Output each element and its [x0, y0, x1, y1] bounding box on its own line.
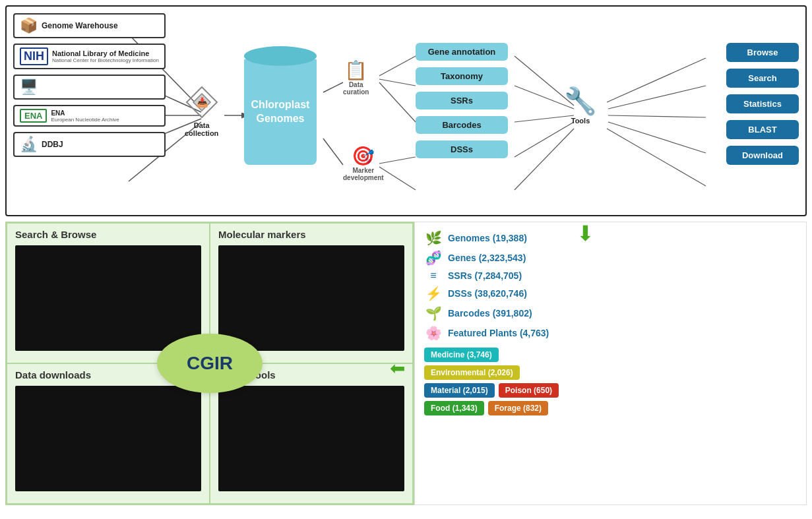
search-browse-content — [15, 245, 201, 351]
badge-row-2: Environmental (2,026) — [424, 365, 797, 380]
stat-genomes: 🌿 Genomes (19,388) — [424, 230, 797, 246]
badge-material[interactable]: Material (2,015) — [424, 383, 495, 398]
search-browse-title: Search & Browse — [15, 229, 201, 240]
data-collection-icon: 📥 — [185, 86, 218, 119]
nih-icon: NIH — [20, 47, 48, 65]
svg-line-19 — [608, 86, 706, 109]
badge-environmental[interactable]: Environmental (2,026) — [424, 365, 520, 380]
top-section: 📦 Genome Warehouse NIH National Library … — [5, 5, 807, 216]
source-genome-warehouse[interactable]: 📦 Genome Warehouse — [13, 13, 166, 38]
ddbj-label: DDBJ — [42, 140, 63, 149]
cylinder-text: Chloroplast Genomes — [251, 98, 310, 126]
badge-row-1: Medicine (3,746) — [424, 348, 797, 362]
data-sources: 📦 Genome Warehouse NIH National Library … — [13, 13, 166, 157]
svg-line-11 — [379, 157, 416, 164]
source-database[interactable]: 🖥️ — [13, 75, 166, 100]
svg-line-22 — [607, 129, 706, 186]
stat-barcodes: 🌱 Barcodes (391,802) — [424, 305, 797, 321]
barcodes-icon: 🌱 — [424, 305, 443, 321]
statistics-button[interactable]: Statistics — [726, 94, 799, 113]
dsss-icon: ⚡ — [424, 286, 443, 301]
ena-label: ENA — [51, 109, 119, 117]
download-button[interactable]: Download — [726, 146, 799, 165]
ssrs-label: SSRs (7,284,705) — [448, 270, 522, 281]
tools-label: Tools — [571, 117, 590, 125]
svg-line-21 — [608, 122, 706, 153]
data-curation-block: 📋 Data curation — [343, 59, 369, 96]
down-arrow: ⬇ — [577, 223, 594, 244]
cylinder-top — [244, 46, 317, 66]
genome-warehouse-icon: 📦 — [20, 17, 38, 34]
svg-line-16 — [515, 122, 574, 157]
tool-buttons: Browse Search Statistics BLAST Download — [726, 43, 799, 165]
molecular-markers-content — [218, 245, 404, 351]
svg-line-7 — [323, 138, 343, 165]
featured-plants-label: Featured Plants (4,763) — [448, 328, 549, 338]
cgir-label: CGIR — [187, 353, 233, 374]
genes-icon: 🧬 — [424, 250, 443, 266]
data-downloads-content — [15, 386, 201, 491]
quadrant-grid: Search & Browse Molecular markers Data d… — [5, 222, 414, 505]
badge-forage[interactable]: Forage (832) — [488, 401, 548, 415]
ddbj-icon: 🔬 — [20, 136, 38, 153]
svg-line-9 — [379, 79, 416, 86]
source-ddbj[interactable]: 🔬 DDBJ — [13, 132, 166, 157]
barcodes-label: Barcodes (391,802) — [448, 308, 532, 319]
stat-featured-plants: 🌸 Featured Plants (4,763) — [424, 325, 797, 341]
source-ena[interactable]: ENA ENA European Nucleotide Archive — [13, 105, 166, 127]
feature-gene-annotation[interactable]: Gene annotation — [416, 43, 508, 61]
chloroplast-cylinder: Chloroplast Genomes — [244, 46, 317, 165]
cgir-oval: CGIR — [157, 334, 263, 393]
svg-line-12 — [379, 167, 416, 190]
source-nih[interactable]: NIH National Library of Medicine Nationa… — [13, 44, 166, 69]
feature-dsss[interactable]: DSSs — [416, 140, 508, 158]
tools-icon: 🔧 — [564, 86, 597, 117]
svg-line-18 — [607, 58, 706, 102]
stats-panel: 🌿 Genomes (19,388) 🧬 Genes (2,323,543) ≡… — [414, 222, 807, 505]
marker-label: Marker development — [343, 167, 384, 181]
badge-poison[interactable]: Poison (650) — [499, 383, 559, 398]
marker-icon: 🎯 — [352, 145, 375, 167]
stat-genes: 🧬 Genes (2,323,543) — [424, 250, 797, 266]
curation-icon: 📋 — [344, 59, 367, 81]
svg-line-8 — [379, 56, 416, 76]
molecular-markers-title: Molecular markers — [218, 229, 404, 240]
left-arrow: ⬅ — [390, 359, 405, 378]
tools-block: 🔧 Tools — [564, 86, 597, 125]
bottom-section: Search & Browse Molecular markers Data d… — [5, 222, 807, 505]
dsss-label: DSSs (38,620,746) — [448, 288, 527, 299]
data-collection-label: Data collection — [185, 121, 218, 137]
badge-row-4: Food (1,343) Forage (832) — [424, 401, 797, 415]
blast-button[interactable]: BLAST — [726, 120, 799, 139]
nih-sublabel: National Center for Biotechnology Inform… — [52, 57, 159, 63]
genomes-label: Genomes (19,388) — [448, 233, 527, 243]
data-collection: 📥 Data collection — [185, 86, 218, 137]
feature-ssrs[interactable]: SSRs — [416, 92, 508, 109]
curation-label: Data curation — [343, 81, 369, 96]
cylinder-body: Chloroplast Genomes — [244, 59, 317, 165]
svg-line-6 — [323, 82, 343, 92]
feature-taxonomy[interactable]: Taxonomy — [416, 67, 508, 85]
svg-text:📥: 📥 — [196, 97, 208, 108]
stat-dsss: ⚡ DSSs (38,620,746) — [424, 286, 797, 301]
stat-ssrs: ≡ SSRs (7,284,705) — [424, 270, 797, 282]
genome-warehouse-label: Genome Warehouse — [42, 21, 118, 30]
genomes-icon: 🌿 — [424, 230, 443, 246]
badge-medicine[interactable]: Medicine (3,746) — [424, 348, 499, 362]
browse-button[interactable]: Browse — [726, 43, 799, 62]
svg-line-17 — [515, 129, 574, 190]
ena-sublabel: European Nucleotide Archive — [51, 117, 119, 123]
nih-label: National Library of Medicine — [52, 49, 159, 57]
online-tools-content — [218, 386, 404, 491]
featured-plants-icon: 🌸 — [424, 325, 443, 341]
chloroplast-db: Chloroplast Genomes — [244, 46, 317, 165]
badge-food[interactable]: Food (1,343) — [424, 401, 484, 415]
marker-development-block: 🎯 Marker development — [343, 145, 384, 181]
badge-row-3: Material (2,015) Poison (650) — [424, 383, 797, 398]
search-button[interactable]: Search — [726, 69, 799, 88]
feature-boxes: Gene annotation Taxonomy SSRs Barcodes D… — [416, 43, 508, 158]
feature-barcodes[interactable]: Barcodes — [416, 116, 508, 134]
database-icon: 🖥️ — [20, 78, 38, 96]
svg-line-20 — [608, 115, 706, 117]
category-badges: Medicine (3,746) Environmental (2,026) M… — [424, 348, 797, 415]
